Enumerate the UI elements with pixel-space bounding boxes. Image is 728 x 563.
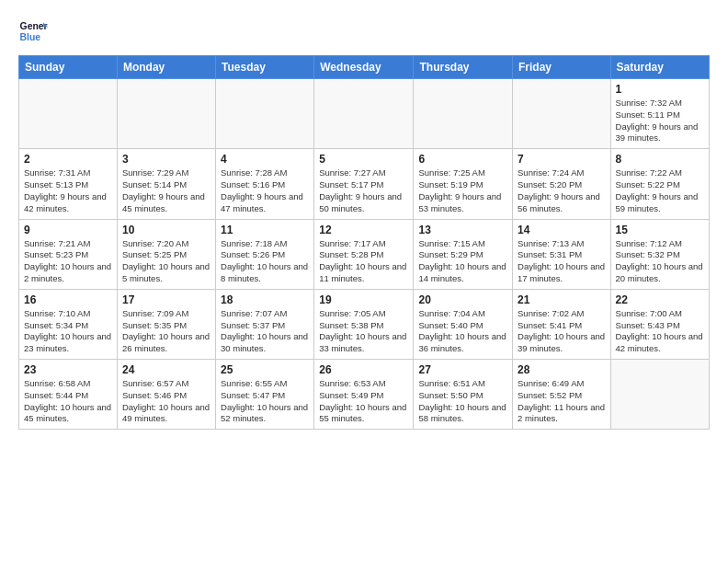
- week-row-4: 23Sunrise: 6:58 AM Sunset: 5:44 PM Dayli…: [19, 360, 710, 430]
- col-header-tuesday: Tuesday: [216, 56, 314, 79]
- day-number: 19: [319, 293, 408, 306]
- day-cell: 8Sunrise: 7:22 AM Sunset: 5:22 PM Daylig…: [610, 149, 709, 219]
- day-info: Sunrise: 6:58 AM Sunset: 5:44 PM Dayligh…: [24, 378, 112, 425]
- day-number: 28: [518, 363, 606, 376]
- day-info: Sunrise: 6:57 AM Sunset: 5:46 PM Dayligh…: [122, 378, 210, 425]
- day-info: Sunrise: 7:28 AM Sunset: 5:16 PM Dayligh…: [221, 167, 309, 214]
- day-cell: 18Sunrise: 7:07 AM Sunset: 5:37 PM Dayli…: [216, 289, 314, 359]
- day-info: Sunrise: 7:29 AM Sunset: 5:14 PM Dayligh…: [122, 167, 210, 214]
- day-cell: 20Sunrise: 7:04 AM Sunset: 5:40 PM Dayli…: [414, 289, 513, 359]
- calendar-table: SundayMondayTuesdayWednesdayThursdayFrid…: [18, 55, 710, 430]
- col-header-sunday: Sunday: [19, 56, 118, 79]
- day-cell: [216, 79, 314, 149]
- day-info: Sunrise: 7:25 AM Sunset: 5:19 PM Dayligh…: [418, 167, 507, 214]
- day-number: 17: [122, 293, 210, 306]
- day-info: Sunrise: 6:55 AM Sunset: 5:47 PM Dayligh…: [221, 378, 309, 425]
- day-cell: 5Sunrise: 7:27 AM Sunset: 5:17 PM Daylig…: [314, 149, 414, 219]
- day-cell: 14Sunrise: 7:13 AM Sunset: 5:31 PM Dayli…: [513, 219, 611, 289]
- day-info: Sunrise: 7:12 AM Sunset: 5:32 PM Dayligh…: [616, 238, 704, 285]
- day-cell: 7Sunrise: 7:24 AM Sunset: 5:20 PM Daylig…: [513, 149, 611, 219]
- day-number: 21: [518, 293, 606, 306]
- day-cell: 19Sunrise: 7:05 AM Sunset: 5:38 PM Dayli…: [314, 289, 414, 359]
- day-number: 13: [418, 224, 507, 236]
- day-cell: [414, 79, 513, 149]
- day-number: 20: [418, 293, 507, 306]
- day-cell: 25Sunrise: 6:55 AM Sunset: 5:47 PM Dayli…: [216, 360, 314, 430]
- page: General Blue SundayMondayTuesdayWednesda…: [0, 0, 728, 446]
- day-number: 5: [319, 153, 408, 166]
- day-cell: 21Sunrise: 7:02 AM Sunset: 5:41 PM Dayli…: [513, 289, 611, 359]
- day-number: 25: [221, 363, 309, 376]
- day-cell: 13Sunrise: 7:15 AM Sunset: 5:29 PM Dayli…: [414, 219, 513, 289]
- day-number: 14: [518, 224, 606, 236]
- day-cell: 24Sunrise: 6:57 AM Sunset: 5:46 PM Dayli…: [117, 360, 215, 430]
- day-info: Sunrise: 7:04 AM Sunset: 5:40 PM Dayligh…: [418, 308, 507, 355]
- day-number: 15: [616, 224, 704, 236]
- day-cell: 2Sunrise: 7:31 AM Sunset: 5:13 PM Daylig…: [19, 149, 118, 219]
- day-number: 11: [221, 224, 309, 236]
- day-info: Sunrise: 6:49 AM Sunset: 5:52 PM Dayligh…: [518, 378, 606, 425]
- day-info: Sunrise: 7:15 AM Sunset: 5:29 PM Dayligh…: [418, 238, 507, 285]
- day-number: 2: [24, 153, 112, 166]
- day-cell: 3Sunrise: 7:29 AM Sunset: 5:14 PM Daylig…: [117, 149, 215, 219]
- week-row-2: 9Sunrise: 7:21 AM Sunset: 5:23 PM Daylig…: [19, 219, 710, 289]
- day-info: Sunrise: 7:13 AM Sunset: 5:31 PM Dayligh…: [518, 238, 606, 285]
- header-row: SundayMondayTuesdayWednesdayThursdayFrid…: [19, 56, 710, 79]
- day-info: Sunrise: 7:09 AM Sunset: 5:35 PM Dayligh…: [122, 308, 210, 355]
- day-cell: 28Sunrise: 6:49 AM Sunset: 5:52 PM Dayli…: [513, 360, 611, 430]
- svg-text:Blue: Blue: [20, 32, 41, 42]
- day-cell: 17Sunrise: 7:09 AM Sunset: 5:35 PM Dayli…: [117, 289, 215, 359]
- day-cell: 6Sunrise: 7:25 AM Sunset: 5:19 PM Daylig…: [414, 149, 513, 219]
- day-cell: 23Sunrise: 6:58 AM Sunset: 5:44 PM Dayli…: [19, 360, 118, 430]
- week-row-0: 1Sunrise: 7:32 AM Sunset: 5:11 PM Daylig…: [19, 79, 710, 149]
- day-info: Sunrise: 7:32 AM Sunset: 5:11 PM Dayligh…: [616, 98, 704, 144]
- day-number: 12: [319, 224, 408, 236]
- logo: General Blue: [18, 17, 48, 46]
- day-info: Sunrise: 7:18 AM Sunset: 5:26 PM Dayligh…: [221, 238, 309, 285]
- week-row-3: 16Sunrise: 7:10 AM Sunset: 5:34 PM Dayli…: [19, 289, 710, 359]
- day-number: 27: [418, 363, 507, 376]
- day-cell: 12Sunrise: 7:17 AM Sunset: 5:28 PM Dayli…: [314, 219, 414, 289]
- day-cell: 9Sunrise: 7:21 AM Sunset: 5:23 PM Daylig…: [19, 219, 118, 289]
- day-info: Sunrise: 7:27 AM Sunset: 5:17 PM Dayligh…: [319, 167, 408, 214]
- day-number: 16: [24, 293, 112, 306]
- day-info: Sunrise: 7:17 AM Sunset: 5:28 PM Dayligh…: [319, 238, 408, 285]
- day-cell: [117, 79, 215, 149]
- day-info: Sunrise: 6:53 AM Sunset: 5:49 PM Dayligh…: [319, 378, 408, 425]
- day-number: 8: [616, 153, 704, 166]
- day-number: 6: [418, 153, 507, 166]
- day-cell: [513, 79, 611, 149]
- day-info: Sunrise: 7:21 AM Sunset: 5:23 PM Dayligh…: [24, 238, 112, 285]
- day-number: 24: [122, 363, 210, 376]
- day-cell: [610, 360, 709, 430]
- week-row-1: 2Sunrise: 7:31 AM Sunset: 5:13 PM Daylig…: [19, 149, 710, 219]
- col-header-wednesday: Wednesday: [314, 56, 414, 79]
- col-header-monday: Monday: [117, 56, 215, 79]
- day-cell: [19, 79, 118, 149]
- day-info: Sunrise: 7:10 AM Sunset: 5:34 PM Dayligh…: [24, 308, 112, 355]
- day-number: 10: [122, 224, 210, 236]
- day-cell: 4Sunrise: 7:28 AM Sunset: 5:16 PM Daylig…: [216, 149, 314, 219]
- day-info: Sunrise: 7:00 AM Sunset: 5:43 PM Dayligh…: [616, 308, 704, 355]
- day-info: Sunrise: 6:51 AM Sunset: 5:50 PM Dayligh…: [418, 378, 507, 425]
- day-number: 22: [616, 293, 704, 306]
- day-cell: 27Sunrise: 6:51 AM Sunset: 5:50 PM Dayli…: [414, 360, 513, 430]
- logo-icon: General Blue: [18, 17, 48, 46]
- day-info: Sunrise: 7:22 AM Sunset: 5:22 PM Dayligh…: [616, 167, 704, 214]
- header: General Blue: [18, 17, 710, 46]
- day-info: Sunrise: 7:07 AM Sunset: 5:37 PM Dayligh…: [221, 308, 309, 355]
- day-number: 4: [221, 153, 309, 166]
- day-number: 3: [122, 153, 210, 166]
- day-number: 26: [319, 363, 408, 376]
- day-number: 18: [221, 293, 309, 306]
- day-cell: 10Sunrise: 7:20 AM Sunset: 5:25 PM Dayli…: [117, 219, 215, 289]
- day-number: 1: [616, 83, 704, 96]
- day-info: Sunrise: 7:20 AM Sunset: 5:25 PM Dayligh…: [122, 238, 210, 285]
- day-cell: 22Sunrise: 7:00 AM Sunset: 5:43 PM Dayli…: [610, 289, 709, 359]
- day-number: 7: [518, 153, 606, 166]
- day-cell: [314, 79, 414, 149]
- day-number: 9: [24, 224, 112, 236]
- day-info: Sunrise: 7:31 AM Sunset: 5:13 PM Dayligh…: [24, 167, 112, 214]
- col-header-saturday: Saturday: [610, 56, 709, 79]
- day-info: Sunrise: 7:05 AM Sunset: 5:38 PM Dayligh…: [319, 308, 408, 355]
